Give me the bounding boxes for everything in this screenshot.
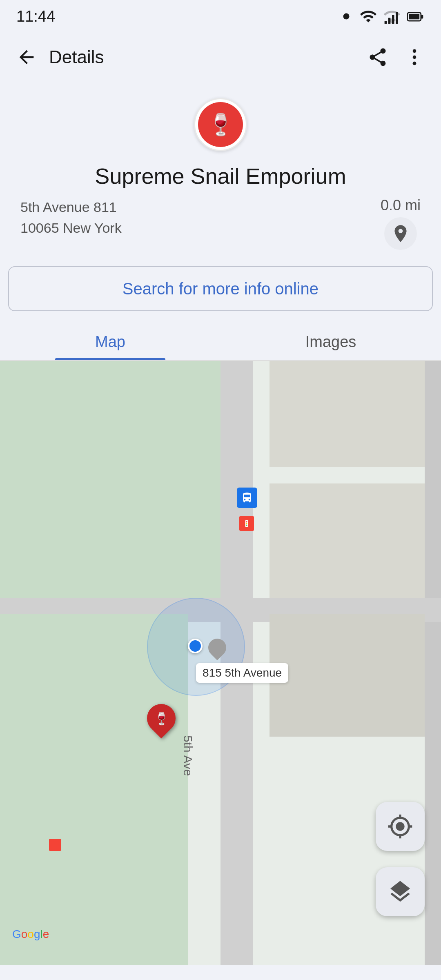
search-online-button[interactable]: Search for more info online bbox=[8, 266, 433, 311]
app-bar: Details bbox=[0, 33, 441, 82]
tab-bar: Map Images bbox=[0, 323, 441, 361]
place-icon: 🍷 bbox=[198, 102, 243, 147]
distance-column: 0.0 mi bbox=[381, 197, 421, 250]
svg-point-8 bbox=[413, 49, 416, 53]
wifi-icon bbox=[359, 7, 377, 25]
content-area: 🍷 Supreme Snail Emporium 5th Avenue 811 … bbox=[0, 82, 441, 980]
map-view[interactable]: 5th Ave 815 5th Avenue 🍷 bbox=[0, 361, 441, 965]
traffic-light-icon bbox=[239, 516, 254, 531]
search-online-label: Search for more info online bbox=[122, 280, 318, 298]
traffic-light-bottom bbox=[49, 839, 61, 851]
notification-icon bbox=[339, 9, 354, 24]
pin-head bbox=[205, 635, 230, 660]
secondary-place-label: 815 5th Avenue bbox=[196, 663, 288, 683]
tab-images-label: Images bbox=[305, 333, 356, 351]
battery-icon bbox=[407, 7, 425, 25]
secondary-place-pin bbox=[208, 639, 226, 661]
map-building-3 bbox=[270, 614, 425, 737]
map-building-2 bbox=[270, 483, 425, 598]
svg-point-14 bbox=[246, 525, 247, 526]
user-location-dot bbox=[188, 639, 203, 653]
google-logo-text: G bbox=[12, 928, 21, 941]
svg-rect-6 bbox=[409, 14, 420, 20]
place-header: 🍷 Supreme Snail Emporium 5th Avenue 811 … bbox=[0, 82, 441, 266]
status-time: 11:44 bbox=[16, 8, 55, 25]
map-building-1 bbox=[270, 361, 425, 467]
more-options-button[interactable] bbox=[400, 43, 429, 71]
svg-point-10 bbox=[413, 62, 416, 65]
tab-map[interactable]: Map bbox=[0, 323, 220, 360]
address-row: 5th Avenue 811 10065 New York 0.0 mi bbox=[16, 197, 425, 258]
svg-point-0 bbox=[343, 13, 350, 20]
svg-rect-7 bbox=[421, 15, 423, 18]
share-button[interactable] bbox=[363, 43, 392, 71]
address-line1: 5th Avenue 811 bbox=[20, 197, 122, 218]
restaurant-icon: 🍷 bbox=[207, 112, 234, 137]
status-icons bbox=[339, 7, 425, 25]
svg-point-13 bbox=[246, 523, 247, 524]
tab-images[interactable]: Images bbox=[220, 323, 441, 360]
page-title: Details bbox=[49, 47, 355, 67]
signal-icon bbox=[383, 7, 401, 25]
map-park-topleft bbox=[0, 361, 220, 614]
svg-rect-4 bbox=[396, 12, 398, 24]
svg-rect-3 bbox=[392, 15, 394, 24]
distance-value: 0.0 mi bbox=[381, 197, 421, 214]
place-name: Supreme Snail Emporium bbox=[95, 163, 346, 189]
svg-point-12 bbox=[246, 521, 247, 522]
place-marker: 🍷 bbox=[147, 704, 176, 733]
svg-rect-2 bbox=[388, 18, 391, 24]
svg-point-9 bbox=[413, 56, 416, 59]
street-label: 5th Ave bbox=[181, 735, 195, 776]
place-icon-container: 🍷 bbox=[194, 98, 247, 151]
tab-map-label: Map bbox=[95, 333, 125, 351]
svg-rect-1 bbox=[385, 21, 387, 24]
address-block: 5th Avenue 811 10065 New York bbox=[20, 197, 122, 238]
bus-stop-icon bbox=[237, 488, 257, 508]
google-logo: G o o g l e bbox=[12, 928, 49, 941]
my-location-button[interactable] bbox=[376, 802, 425, 851]
directions-button[interactable] bbox=[384, 217, 417, 250]
marker-pin: 🍷 bbox=[141, 698, 182, 739]
back-button[interactable] bbox=[12, 43, 41, 71]
map-layers-button[interactable] bbox=[376, 867, 425, 916]
map-right-street bbox=[425, 361, 441, 965]
marker-icon: 🍷 bbox=[154, 711, 169, 726]
address-line2: 10065 New York bbox=[20, 218, 122, 238]
status-bar: 11:44 bbox=[0, 0, 441, 33]
